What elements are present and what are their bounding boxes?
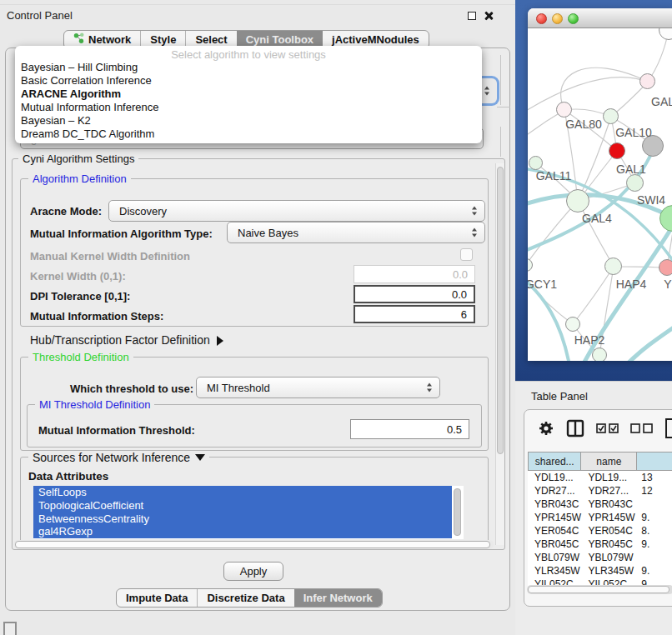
tab-impute-data[interactable]: Impute Data xyxy=(117,589,197,607)
network-node-gal10[interactable] xyxy=(603,108,619,124)
table-row[interactable]: YBL079WYBL079W xyxy=(528,551,672,564)
window-close-icon[interactable] xyxy=(536,13,547,24)
attribute-item-selected[interactable]: SelfLoops xyxy=(33,486,452,499)
table-row[interactable]: YER054CYER054C8. xyxy=(528,524,672,538)
scrollbar-thumb[interactable] xyxy=(15,541,490,548)
aracne-mode-combo[interactable]: Discovery xyxy=(108,200,485,222)
network-node[interactable] xyxy=(639,73,655,89)
attribute-list-scrollbar[interactable] xyxy=(454,488,461,536)
data-attributes-label: Data Attributes xyxy=(28,470,108,482)
network-window-titlebar xyxy=(528,8,672,28)
gear-icon[interactable] xyxy=(538,420,554,440)
select-all-icon[interactable] xyxy=(596,422,619,438)
manual-kernel-checkbox[interactable] xyxy=(460,248,473,261)
combo-arrows-icon xyxy=(472,207,477,216)
network-icon xyxy=(73,32,84,47)
divider xyxy=(500,127,501,157)
minimized-panel-chip[interactable] xyxy=(3,622,17,635)
manual-kernel-label: Manual Kernel Width Definition xyxy=(30,250,190,262)
table-row[interactable]: YDR27...YDR27...12 xyxy=(528,484,672,498)
algorithm-option[interactable]: Mutual Information Inference xyxy=(15,101,482,114)
close-icon[interactable] xyxy=(484,11,494,21)
network-node-salmon[interactable] xyxy=(659,259,672,276)
attribute-item-selected[interactable]: BetweennessCentrality xyxy=(33,512,452,526)
network-node-gal11[interactable] xyxy=(529,156,543,170)
tab-discretize-data[interactable]: Discretize Data xyxy=(197,589,293,607)
kernel-width-label: Kernel Width (0,1): xyxy=(30,270,126,282)
attribute-item-selected[interactable]: TopologicalCoefficient xyxy=(33,499,452,512)
network-node-hap4[interactable] xyxy=(604,258,622,275)
screenshot-root: Control Panel Network Style Select Cyni … xyxy=(0,0,672,635)
page-icon[interactable] xyxy=(664,418,672,442)
window-minimize-icon[interactable] xyxy=(552,13,563,24)
cyni-settings-group-title: Cyni Algorithm Settings xyxy=(18,152,138,165)
which-threshold-combo[interactable]: MI Threshold xyxy=(196,377,440,398)
mi-type-label: Mutual Information Algorithm Type: xyxy=(30,228,213,240)
aracne-mode-label: Aracne Mode: xyxy=(30,205,102,218)
column-header-partial[interactable] xyxy=(637,452,672,471)
divider xyxy=(500,55,501,105)
column-header-name[interactable]: name xyxy=(581,452,637,471)
mi-type-combo[interactable]: Naive Bayes xyxy=(227,222,485,243)
table-body: YDL19...YDL19...13 YDR27...YDR27...12 YB… xyxy=(528,471,672,586)
hub-section-toggle[interactable]: Hub/Transcription Factor Definition xyxy=(30,333,223,347)
kernel-width-field[interactable]: 0.0 xyxy=(354,265,475,283)
cyni-bottom-tabbar: Impute Data Discretize Data Infer Networ… xyxy=(116,588,383,608)
table-row[interactable]: YLR345WYLR345W9. xyxy=(528,564,672,578)
node-label: HAP2 xyxy=(574,333,605,347)
divider xyxy=(497,107,510,108)
table-row[interactable]: YDL19...YDL19...13 xyxy=(528,471,672,484)
split-view-icon[interactable] xyxy=(566,419,584,441)
table-row[interactable]: YPR145WYPR145W9. xyxy=(528,511,672,524)
network-node-gal4[interactable] xyxy=(566,189,589,212)
algorithm-option[interactable]: Bayesian – K2 xyxy=(15,114,482,128)
table-row[interactable]: YBR043CYBR043C xyxy=(528,498,672,511)
algorithm-option[interactable]: Basic Correlation Inference xyxy=(15,74,482,88)
node-label: SWI4 xyxy=(637,193,665,207)
table-toolbar xyxy=(524,410,672,450)
node-label: GAL10 xyxy=(615,126,652,139)
table-header-row: shared... name xyxy=(528,452,672,471)
mi-threshold-group-title: MI Threshold Definition xyxy=(35,398,154,411)
algorithm-definition-title: Algorithm Definition xyxy=(28,172,131,185)
window-zoom-icon[interactable] xyxy=(568,13,579,24)
network-node-selected-red[interactable] xyxy=(609,142,625,159)
float-panel-icon[interactable] xyxy=(468,12,476,20)
table-horizontal-scrollbar[interactable] xyxy=(527,585,672,594)
data-attributes-list: SelfLoops TopologicalCoefficient Between… xyxy=(33,486,464,539)
network-node-gal80[interactable] xyxy=(556,102,572,118)
network-node[interactable] xyxy=(592,348,607,361)
tab-infer-network[interactable]: Infer Network xyxy=(294,589,382,607)
algorithm-option[interactable]: Bayesian – Hill Climbing xyxy=(15,61,482,74)
node-label: GAL11 xyxy=(536,169,572,182)
divider xyxy=(0,4,515,5)
mi-threshold-label: Mutual Information Threshold: xyxy=(38,424,195,437)
attribute-item-selected[interactable]: gal4RGexp xyxy=(33,525,452,538)
node-label: GAL4 xyxy=(582,212,612,225)
node-label: GAL1 xyxy=(616,162,646,176)
network-canvas[interactable]: GAL GAL80 GAL10 GAL1 GAL11 SWI4 GAL4 GCY… xyxy=(528,28,672,361)
algorithm-option[interactable]: Dream8 DC_TDC Algorithm xyxy=(15,128,482,141)
mi-threshold-field[interactable]: 0.5 xyxy=(350,419,469,439)
deselect-all-icon[interactable] xyxy=(630,422,653,438)
settings-vertical-scrollbar[interactable] xyxy=(495,163,504,545)
node-label: GAL xyxy=(651,95,672,108)
network-node-gal1[interactable] xyxy=(626,174,644,192)
sources-group-toggle[interactable]: Sources for Network Inference xyxy=(28,451,209,464)
column-header-shared-name[interactable]: shared... xyxy=(528,452,581,471)
apply-button[interactable]: Apply xyxy=(223,562,283,581)
algorithm-option-selected[interactable]: ARACNE Algorithm xyxy=(15,88,482,101)
mi-steps-field[interactable]: 6 xyxy=(354,305,475,323)
scrollbar-thumb[interactable] xyxy=(528,586,669,593)
collapse-arrow-icon xyxy=(217,336,223,346)
dpi-tolerance-field[interactable]: 0.0 xyxy=(354,285,475,303)
scrollbar-thumb[interactable] xyxy=(497,167,504,454)
network-node-hap2[interactable] xyxy=(565,317,580,332)
which-threshold-label: Which threshold to use: xyxy=(70,382,193,395)
mi-steps-label: Mutual Information Steps: xyxy=(30,310,163,322)
control-panel-title: Control Panel xyxy=(7,9,73,22)
table-row[interactable]: YBR045CYBR045C9. xyxy=(528,538,672,551)
table-panel: shared... name YDL19...YDL19...13 YDR27.… xyxy=(524,409,672,607)
settings-horizontal-scrollbar[interactable] xyxy=(13,540,494,549)
expand-arrow-icon xyxy=(195,454,205,461)
